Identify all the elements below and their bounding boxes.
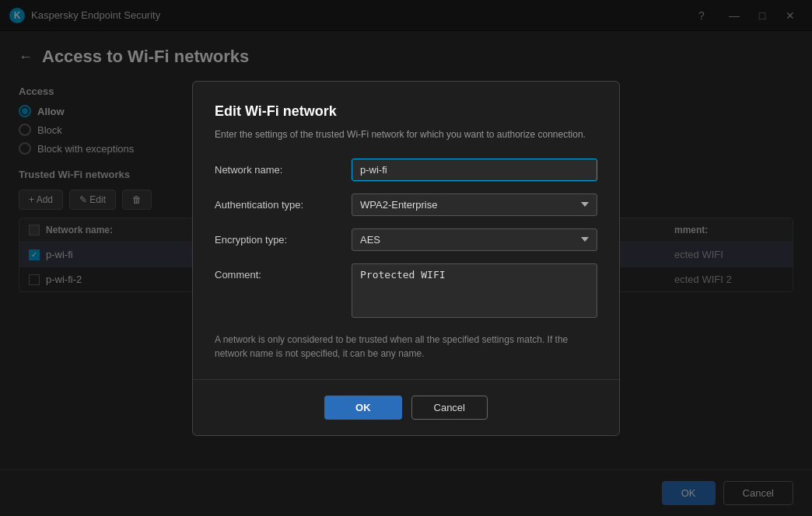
network-name-control — [352, 159, 597, 181]
auth-type-control: Open WPA-Personal WPA2-Personal WPA-Ente… — [352, 194, 597, 216]
enc-type-row: Encryption type: Any TKIP AES — [215, 228, 597, 251]
modal-footer: OK Cancel — [193, 379, 619, 435]
auth-type-row: Authentication type: Open WPA-Personal W… — [215, 194, 597, 216]
network-name-input[interactable] — [352, 159, 597, 181]
modal-description: Enter the settings of the trusted Wi-Fi … — [215, 127, 597, 141]
network-name-row: Network name: — [215, 159, 597, 181]
enc-type-control: Any TKIP AES — [352, 228, 597, 251]
enc-type-select[interactable]: Any TKIP AES — [352, 228, 597, 251]
auth-type-label: Authentication type: — [215, 194, 339, 211]
modal-note: A network is only considered to be trust… — [215, 333, 597, 361]
comment-label: Comment: — [215, 263, 339, 281]
enc-type-label: Encryption type: — [215, 228, 339, 246]
comment-textarea[interactable]: Protected WIFI — [352, 263, 597, 318]
modal-title: Edit Wi-Fi network — [215, 103, 597, 120]
comment-row: Comment: Protected WIFI — [215, 263, 597, 320]
modal-overlay: Edit Wi-Fi network Enter the settings of… — [0, 0, 812, 516]
auth-type-select[interactable]: Open WPA-Personal WPA2-Personal WPA-Ente… — [352, 194, 597, 216]
modal-ok-button[interactable]: OK — [324, 396, 402, 420]
modal-cancel-button[interactable]: Cancel — [411, 396, 488, 420]
network-name-label: Network name: — [215, 159, 339, 176]
edit-wifi-modal: Edit Wi-Fi network Enter the settings of… — [192, 81, 620, 436]
comment-control: Protected WIFI — [352, 263, 597, 320]
